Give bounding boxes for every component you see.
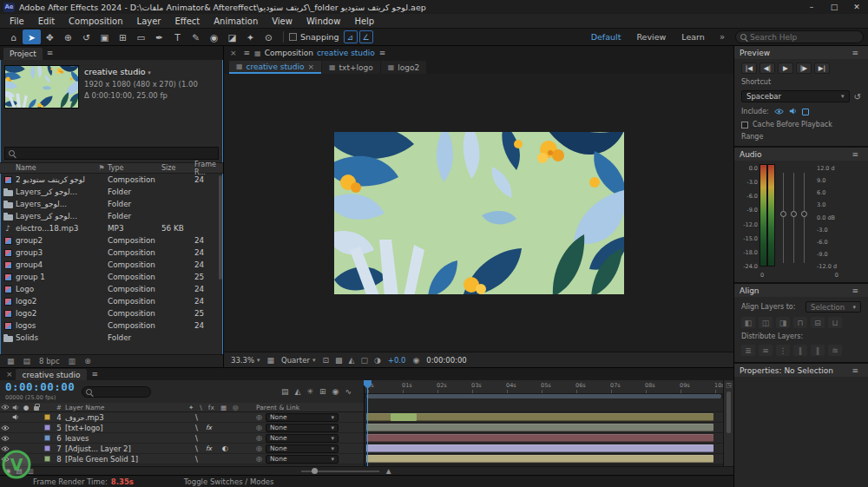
column-label-flag[interactable]: ⚑ (95, 164, 108, 172)
adjustment-layer-icon[interactable]: ◐ (222, 444, 228, 452)
preview-title[interactable]: Preview (740, 49, 770, 57)
new-composition-icon[interactable]: ▥ (69, 357, 76, 365)
project-row[interactable]: Layers_لوجو كر...Folder (0, 210, 218, 222)
interpret-footage-icon[interactable]: ▦ (7, 357, 15, 365)
comp-mini-flowchart-icon[interactable]: ▤ (281, 387, 289, 396)
timeline-toggle-icon[interactable]: ▥ (28, 467, 34, 475)
collapse-switch[interactable]: \ (195, 444, 198, 453)
layer-color-swatch[interactable] (44, 424, 50, 431)
align-top-button[interactable]: ⊓ (793, 317, 807, 328)
properties-title[interactable]: Properties: No Selection (740, 366, 833, 375)
panel-menu-icon[interactable]: ≡ (379, 49, 386, 57)
layer-size-icon[interactable]: ▲ (386, 467, 391, 475)
comp-tab-logo2[interactable]: ▦logo2 (381, 61, 427, 74)
layer-duration-bar[interactable] (366, 424, 713, 431)
project-row[interactable]: ♪electro...18.mp3MP356 KB (0, 222, 218, 234)
timeline-search-input[interactable] (95, 388, 147, 396)
collapse-switch[interactable]: \ (195, 455, 198, 464)
collapse-switch[interactable]: \ (195, 434, 198, 443)
new-folder-icon[interactable]: ▤ (23, 357, 31, 365)
project-row[interactable]: لوجو كريتف ستوديو 2Composition24 (0, 174, 218, 186)
shortcut-dropdown[interactable]: Spacebar ▾ (741, 90, 850, 102)
project-row[interactable]: group2Composition24 (0, 234, 218, 247)
resolution-menu[interactable]: Quarter▾ (281, 356, 315, 365)
parent-dropdown[interactable]: None▾ (266, 434, 339, 443)
comp-tab-creative-studio[interactable]: ▦creative studio× (229, 61, 321, 74)
visibility-toggle[interactable] (0, 436, 10, 441)
camera-tool[interactable]: ▣ (95, 30, 114, 44)
audio-slider-right[interactable] (804, 173, 805, 263)
fx-badge[interactable]: fx (206, 424, 212, 431)
previous-frame-button[interactable]: ◀| (760, 63, 775, 74)
column-size[interactable]: Size (161, 164, 194, 172)
layer-name[interactable]: حروف.mp3 (65, 413, 169, 422)
comp-marker-icon[interactable]: ◳ (726, 382, 732, 389)
playhead[interactable] (367, 380, 368, 466)
project-search-input[interactable] (18, 149, 214, 158)
composition-viewer[interactable] (224, 74, 733, 352)
help-search-input[interactable] (750, 33, 858, 42)
project-row[interactable]: Layers_لوجو كر...Folder (0, 186, 218, 198)
number-column-header[interactable]: # (53, 404, 65, 411)
timeline-toggle-icon[interactable]: ◉ (5, 467, 11, 475)
first-frame-button[interactable]: |◀ (741, 63, 757, 74)
guides-icon[interactable]: ▢ (360, 356, 368, 365)
eraser-tool[interactable]: ◪ (223, 30, 241, 44)
maximize-button[interactable]: □ (823, 3, 845, 11)
layer-name[interactable]: [Adjust... Layer 2] (65, 444, 169, 453)
project-row[interactable]: logo2Composition24 (0, 295, 218, 307)
parent-dropdown[interactable]: None▾ (266, 424, 339, 432)
timeline-zoom-slider[interactable] (301, 471, 379, 472)
transparency-grid-icon[interactable]: ▩ (335, 356, 343, 365)
project-row[interactable]: logo2Composition25 (0, 307, 218, 319)
workspace-overflow-icon[interactable]: » (720, 32, 725, 42)
panel-menu-icon[interactable]: ≡ (852, 366, 858, 375)
menu-animation[interactable]: Animation (207, 16, 265, 27)
column-type[interactable]: Type (108, 164, 161, 172)
workspace-learn[interactable]: Learn (681, 32, 705, 42)
cache-checkbox[interactable] (741, 122, 748, 128)
layer-name-column-header[interactable]: Layer Name (65, 404, 169, 411)
shy-layers-icon[interactable]: ✳ (307, 387, 314, 396)
timeline-scrollbar[interactable] (727, 392, 731, 433)
layer-row[interactable]: 8[Pale Green Solid 1]\◎None▾ (0, 454, 364, 464)
parent-dropdown[interactable]: None▾ (266, 455, 339, 464)
menu-layer[interactable]: Layer (130, 16, 168, 27)
workspace-review[interactable]: Review (636, 32, 666, 42)
menu-composition[interactable]: Composition (62, 16, 129, 27)
layer-color-swatch[interactable] (44, 414, 50, 420)
layer-row[interactable]: 7[Adjust... Layer 2]\fx◐◎None▾ (0, 444, 364, 454)
project-row[interactable]: group4Composition24 (0, 259, 218, 271)
next-frame-button[interactable]: |▶ (796, 63, 812, 74)
pan-behind-tool[interactable]: ⊞ (114, 30, 132, 44)
visibility-toggle[interactable] (0, 446, 10, 451)
zoom-tool[interactable]: ⊕ (59, 30, 77, 44)
snapping-option-icon[interactable]: ∠ (359, 30, 373, 43)
workspace-default[interactable]: Default (591, 32, 621, 42)
menu-help[interactable]: Help (347, 16, 381, 27)
current-time-display[interactable]: 0:00:00:00 (5, 382, 75, 393)
channels-icon[interactable]: ◑ (374, 356, 381, 365)
orbit-camera-tool[interactable]: ↺ (77, 30, 95, 44)
snapping-option-icon[interactable]: ⊿ (344, 30, 358, 43)
snapping-checkbox[interactable] (289, 33, 297, 41)
work-area-bar[interactable] (366, 394, 721, 398)
distribute-button[interactable]: ≡ (759, 345, 773, 356)
audio-toggle[interactable] (10, 414, 21, 420)
slider-knob[interactable] (791, 211, 797, 217)
pickwhip-icon[interactable]: ◎ (256, 434, 262, 442)
distribute-button[interactable]: ‖ (811, 345, 825, 356)
column-name[interactable]: Name (16, 164, 95, 172)
roto-brush-tool[interactable]: ✦ (241, 30, 260, 44)
slider-knob[interactable] (801, 211, 807, 217)
distribute-button[interactable]: ∥ (793, 345, 807, 356)
minimize-button[interactable]: – (800, 3, 823, 11)
layer-name[interactable]: leaves (65, 434, 169, 443)
include-audio-icon[interactable] (789, 107, 797, 116)
viewer-timecode[interactable]: 0:00:00:00 (426, 356, 466, 365)
align-center-v-button[interactable]: ⊟ (811, 317, 825, 328)
type-tool[interactable]: T (168, 30, 187, 44)
layer-color-swatch[interactable] (44, 435, 50, 441)
audio-slider-master[interactable] (793, 173, 794, 263)
project-row[interactable]: group 1Composition25 (0, 271, 218, 283)
